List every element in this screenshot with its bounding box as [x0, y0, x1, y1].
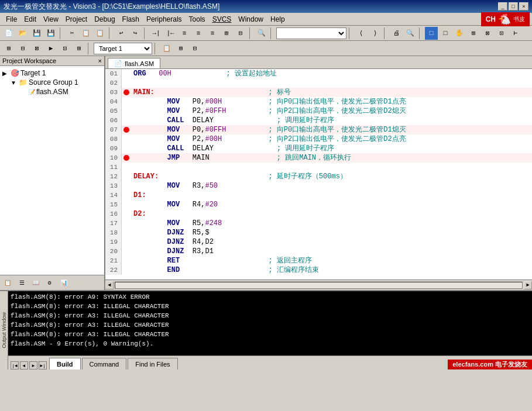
bp-03[interactable]: [122, 88, 131, 97]
tb-view2[interactable]: □: [439, 27, 452, 40]
tb-b3[interactable]: ≡: [206, 27, 219, 40]
proj-tb1[interactable]: 📋: [1, 277, 14, 289]
tb2-b1[interactable]: ⊞: [2, 42, 15, 55]
tb-search[interactable]: 🔍: [255, 27, 268, 40]
tb-save[interactable]: 💾: [30, 27, 43, 40]
proj-tb5[interactable]: 📊: [57, 277, 70, 289]
tab-nav-next[interactable]: ►: [29, 361, 37, 369]
find-dropdown[interactable]: [276, 27, 346, 39]
bp-06[interactable]: [122, 116, 131, 125]
menu-window[interactable]: Window: [235, 14, 267, 25]
tree-file-item[interactable]: 📝 flash.ASM: [1, 87, 103, 96]
close-btn[interactable]: ×: [519, 2, 528, 11]
bp-09[interactable]: [122, 144, 131, 153]
menu-peripherals[interactable]: Peripherals: [143, 14, 186, 25]
line-num-03: 03: [105, 88, 122, 97]
bp-16[interactable]: [122, 209, 131, 219]
output-content[interactable]: flash.ASM(8): error A9: SYNTAX ERROR fla…: [8, 291, 532, 355]
tb2-b7[interactable]: 📋: [160, 42, 173, 55]
bp-02[interactable]: [122, 78, 131, 88]
tab-nav-prev[interactable]: ◄: [20, 361, 28, 369]
tb-b7[interactable]: 🔍: [404, 27, 417, 40]
tb-goto2[interactable]: ⟩: [369, 27, 382, 40]
bp-07[interactable]: [122, 125, 131, 134]
tb-copy[interactable]: 📋: [80, 27, 92, 40]
bp-21[interactable]: [122, 256, 131, 265]
tb2-b5[interactable]: ⊡: [59, 42, 71, 55]
tab-find-files[interactable]: Find in Files: [128, 358, 177, 369]
tb-b9[interactable]: ⊞: [467, 27, 480, 40]
tab-nav-last[interactable]: ►|: [39, 361, 47, 369]
tb-b11[interactable]: ⊡: [495, 27, 508, 40]
menu-edit[interactable]: Edit: [20, 14, 40, 25]
menu-help[interactable]: Help: [267, 14, 289, 25]
code-line-08: 08 MOV P2,#00H ; 向P2口输出低电平，使发光二极管D2点亮: [105, 134, 532, 144]
tb-indent[interactable]: →|: [150, 27, 163, 40]
tb-b10[interactable]: ⊠: [481, 27, 494, 40]
bp-17[interactable]: [122, 219, 131, 228]
proj-tb3[interactable]: 📖: [29, 277, 42, 289]
menu-debug[interactable]: Debug: [91, 14, 118, 25]
menu-project[interactable]: Project: [62, 14, 91, 25]
menu-view[interactable]: View: [40, 14, 62, 25]
menu-file[interactable]: File: [2, 14, 20, 25]
tb2-b4[interactable]: ▶: [44, 42, 57, 55]
menu-tools[interactable]: Tools: [186, 14, 209, 25]
bp-19[interactable]: [122, 237, 131, 247]
tb-b8[interactable]: ✋: [453, 27, 466, 40]
line-num-17: 17: [105, 219, 122, 228]
hscroll-left-btn[interactable]: ◄: [105, 281, 114, 289]
tb-open[interactable]: 📂: [16, 27, 29, 40]
tb-save-all[interactable]: 💾: [44, 27, 57, 40]
proj-tb2[interactable]: ☰: [15, 277, 28, 289]
tb-b1[interactable]: ≡: [178, 27, 191, 40]
bp-10[interactable]: [122, 153, 131, 163]
tab-command[interactable]: Command: [82, 358, 127, 369]
tb2-b2[interactable]: ⊟: [16, 42, 29, 55]
minimize-btn[interactable]: _: [498, 2, 507, 11]
bp-20[interactable]: [122, 247, 131, 256]
bp-14[interactable]: [122, 191, 131, 200]
bp-22[interactable]: [122, 265, 131, 275]
tb-b5[interactable]: ⊟: [234, 27, 247, 40]
bp-08[interactable]: [122, 134, 131, 144]
menu-svcs[interactable]: SVCS: [209, 14, 235, 25]
tb-goto1[interactable]: ⟨: [355, 27, 368, 40]
tb2-b6[interactable]: ⊞: [73, 42, 85, 55]
bp-12[interactable]: [122, 172, 131, 181]
hscroll-track[interactable]: [115, 282, 523, 289]
bp-11[interactable]: [122, 163, 131, 172]
tb-new[interactable]: 📄: [2, 27, 15, 40]
tb-undo[interactable]: ↩: [115, 27, 128, 40]
bp-05[interactable]: [122, 106, 131, 116]
tab-build[interactable]: Build: [49, 358, 81, 369]
project-close[interactable]: ×: [98, 57, 102, 64]
tb-cut[interactable]: ✂: [66, 27, 78, 40]
maximize-btn[interactable]: □: [509, 2, 518, 11]
menu-flash[interactable]: Flash: [119, 14, 143, 25]
tree-target[interactable]: ▶ 🎯 Target 1: [1, 68, 103, 78]
tab-nav-first[interactable]: |◄: [11, 361, 19, 369]
tree-source-group[interactable]: ▼ 📁 Source Group 1: [1, 78, 103, 87]
tb-paste[interactable]: 📋: [94, 27, 107, 40]
bp-18[interactable]: [122, 228, 131, 237]
target-dropdown[interactable]: Target 1: [94, 43, 152, 54]
file-tab-flash[interactable]: 📄 flash.ASM: [108, 58, 160, 68]
bp-04[interactable]: [122, 97, 131, 106]
tb-redo[interactable]: ↪: [129, 27, 142, 40]
tb2-b8[interactable]: ⊞: [174, 42, 187, 55]
tb-b4[interactable]: ⊞: [220, 27, 233, 40]
tb-outdent[interactable]: |←: [164, 27, 177, 40]
tb-b6[interactable]: 🖨: [390, 27, 403, 40]
hscroll-right-btn[interactable]: ►: [524, 281, 532, 289]
tb-b12[interactable]: ⊢: [509, 27, 522, 40]
tb2-b3[interactable]: ⊠: [30, 42, 43, 55]
tb-b2[interactable]: ≡: [192, 27, 205, 40]
proj-tb4[interactable]: ⚙: [43, 277, 56, 289]
bp-15[interactable]: [122, 200, 131, 209]
tb-view1[interactable]: □: [425, 27, 438, 40]
bp-13[interactable]: [122, 181, 131, 191]
tb2-b9[interactable]: ⊟: [188, 42, 201, 55]
bp-01[interactable]: [122, 69, 131, 78]
code-area[interactable]: 01 ORG 00H ; 设置起始地址 02 03 MAIN: ; 标号: [105, 69, 532, 279]
